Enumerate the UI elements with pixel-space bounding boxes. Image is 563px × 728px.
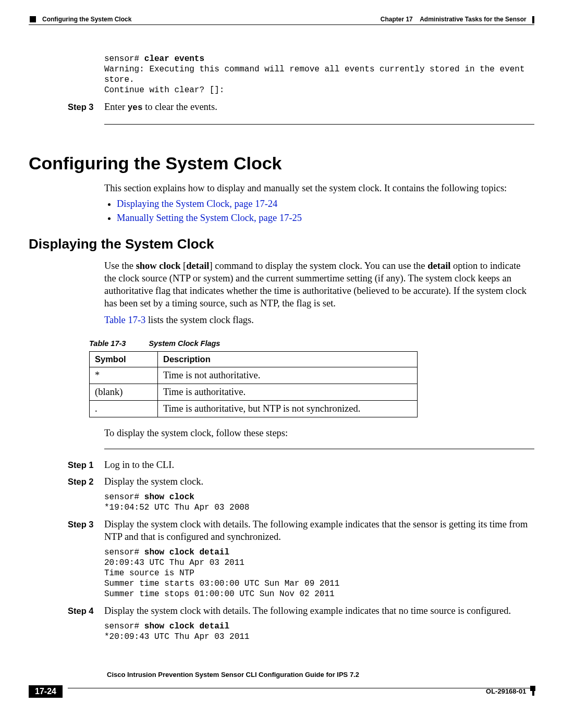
page-number: 17-24 [29,685,63,698]
cli-line: *20:09:43 UTC Thu Apr 03 2011 [104,632,249,641]
footer-square-icon [530,686,535,691]
step-text: Display the system clock with details. T… [104,518,534,543]
step-label: Step 3 [68,101,104,114]
table-cell: * [90,367,158,384]
cli-output-show-clock-detail: sensor# show clock detail 20:09:43 UTC T… [104,547,534,599]
separator [104,124,534,125]
cli-command: show clock [144,492,194,502]
cli-output-clear-events: sensor# clear events Warning: Executing … [104,54,534,95]
text: to clear the events. [143,102,217,112]
inline-command: yes [128,103,143,113]
header-bar-icon [532,16,534,23]
table-row: * Time is not authoritative. [90,367,418,384]
paragraph: Use the show clock [detail] command to d… [104,260,534,310]
cli-line: Summer time stops 01:00:00 UTC Sun Nov 0… [104,589,335,599]
step-label: Step 1 [68,459,104,471]
table-cell: (blank) [90,384,158,400]
cli-output-show-clock-detail-2: sensor# show clock detail *20:09:43 UTC … [104,621,534,642]
cli-line: Time source is NTP [104,569,194,578]
table-cell: Time is authoritative, but NTP is not sy… [158,400,418,417]
cli-prompt: sensor# [104,622,144,631]
separator [104,449,534,449]
subsection-heading: Displaying the System Clock [29,236,534,252]
chapter-number: Chapter 17 [381,16,413,23]
command-bold: detail [186,261,209,271]
cli-prompt: sensor# [104,492,144,502]
page-footer: Cisco Intrusion Prevention System Sensor… [29,678,534,698]
table-header: Description [158,351,418,367]
doc-id-text: OL-29168-01 [486,687,526,695]
step-row: Step 4 Display the system clock with det… [68,604,534,617]
step-text: Display the system clock with details. T… [104,604,534,617]
page-header: Configuring the System Clock Chapter 17 … [29,16,534,25]
step-row: Step 2 Display the system clock. [68,475,534,488]
intro-paragraph: This section explains how to display and… [104,182,534,194]
paragraph: To display the system clock, follow thes… [104,427,534,439]
text: ] command to display the system clock. Y… [209,261,427,271]
step-text: Enter yes to clear the events. [104,101,534,114]
cli-line: Continue with clear? []: [104,85,224,95]
table-caption-label: Table 17-3 [89,339,126,348]
step-text: Display the system clock. [104,475,534,488]
footer-line [68,688,534,688]
table-cell: . [90,400,158,417]
doc-id: OL-29168-01 [486,687,534,696]
cli-prompt: sensor# [104,548,144,557]
cli-output-show-clock: sensor# show clock *19:04:52 UTC Thu Apr… [104,492,534,513]
step-row: Step 3 Display the system clock with det… [68,518,534,543]
step-label: Step 2 [68,475,104,488]
table-caption: Table 17-3 System Clock Flags [89,339,534,348]
table-caption-title: System Clock Flags [149,339,220,348]
toc-link[interactable]: Displaying the System Clock, page 17-24 [117,199,277,209]
cli-command: show clock detail [144,548,229,557]
table-ref-link[interactable]: Table 17-3 [104,315,145,325]
step-label: Step 3 [68,518,104,543]
cli-line: Warning: Executing this command will rem… [104,65,525,74]
toc-link[interactable]: Manually Setting the System Clock, page … [117,213,302,223]
step-label: Step 4 [68,604,104,617]
header-breadcrumb: Configuring the System Clock [42,16,131,23]
command-bold: show clock [136,261,181,271]
step-row: Step 3 Enter yes to clear the events. [68,101,534,114]
toc-list: Displaying the System Clock, page 17-24 … [104,199,534,224]
table-cell: Time is not authoritative. [158,367,418,384]
text: [ [180,261,186,271]
cli-command: clear events [144,54,204,64]
header-chapter: Chapter 17 Administrative Tasks for the … [381,16,534,23]
chapter-title: Administrative Tasks for the Sensor [420,16,527,23]
step-text: Log in to the CLI. [104,459,534,471]
system-clock-flags-table: Symbol Description * Time is not authori… [89,351,418,417]
step-row: Step 1 Log in to the CLI. [68,459,534,471]
text: Enter [104,102,128,112]
cli-line: store. [104,75,134,84]
section-heading: Configuring the System Clock [29,153,534,174]
text: lists the system clock flags. [145,315,254,325]
table-header: Symbol [90,351,158,367]
footer-doc-title: Cisco Intrusion Prevention System Sensor… [107,671,359,678]
table-row: (blank) Time is authoritative. [90,384,418,400]
header-square-icon [30,16,36,22]
cli-line: Summer time starts 03:00:00 UTC Sun Mar … [104,579,339,588]
table-cell: Time is authoritative. [158,384,418,400]
cli-line: *19:04:52 UTC Thu Apr 03 2008 [104,503,249,512]
cli-prompt: sensor# [104,54,144,64]
cli-line: 20:09:43 UTC Thu Apr 03 2011 [104,558,244,567]
table-row: . Time is authoritative, but NTP is not … [90,400,418,417]
paragraph: Table 17-3 lists the system clock flags. [104,314,534,326]
text: Use the [104,261,136,271]
command-bold: detail [427,261,450,271]
cli-command: show clock detail [144,622,229,631]
